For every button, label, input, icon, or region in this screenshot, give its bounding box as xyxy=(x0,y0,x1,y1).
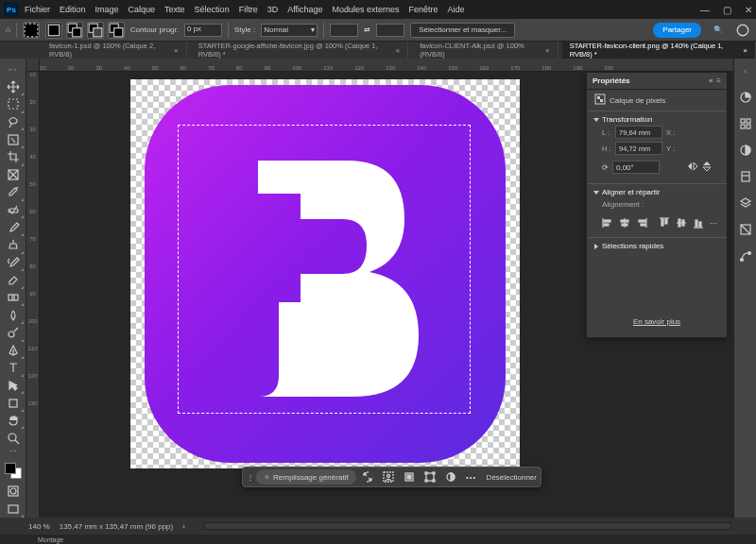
menu-item[interactable]: Aide xyxy=(448,5,465,14)
clone-stamp-tool[interactable] xyxy=(3,236,24,254)
type-tool[interactable] xyxy=(3,359,24,377)
drag-handle-icon[interactable]: ⋮ xyxy=(247,473,254,482)
menu-item[interactable]: Fenêtre xyxy=(409,5,438,14)
properties-panel[interactable]: Propriétés «≡ Calque de pixels Transform… xyxy=(586,72,728,338)
timeline-label[interactable]: Montage xyxy=(0,535,756,544)
move-tool[interactable] xyxy=(3,78,24,96)
document-tab[interactable]: favicon-CLIENT-Alk.psd @ 100% (RVB/8)× xyxy=(412,42,558,59)
align-vcenter-icon[interactable] xyxy=(676,216,687,230)
zoom-value[interactable]: 140 % xyxy=(28,522,50,531)
align-right-icon[interactable] xyxy=(636,216,647,230)
canvas[interactable] xyxy=(130,79,520,468)
brush-tool[interactable] xyxy=(3,218,24,236)
align-more-icon[interactable]: ⋯ xyxy=(710,216,717,230)
frame-tool[interactable] xyxy=(3,166,24,184)
panel-collapse-icon[interactable]: « xyxy=(709,76,713,85)
crop-tool[interactable] xyxy=(3,148,24,166)
panel-title[interactable]: Propriétés xyxy=(593,76,630,85)
maximize-icon[interactable]: ▢ xyxy=(723,5,731,15)
menu-item[interactable]: Filtre xyxy=(239,5,258,14)
angle-value[interactable]: 0,00° xyxy=(612,161,660,174)
share-button[interactable]: Partager xyxy=(653,23,701,38)
height-input[interactable] xyxy=(376,24,404,37)
menu-item[interactable]: 3D xyxy=(267,5,279,14)
eyedropper-tool[interactable] xyxy=(3,183,24,201)
screenmode-icon[interactable] xyxy=(3,500,24,518)
history-brush-tool[interactable] xyxy=(3,254,24,272)
align-hcenter-icon[interactable] xyxy=(619,216,630,230)
flip-v-icon[interactable] xyxy=(702,161,712,174)
paths-panel-icon[interactable] xyxy=(737,247,754,264)
align-top-icon[interactable] xyxy=(659,216,670,230)
adjustments-panel-icon[interactable] xyxy=(737,142,754,159)
align-left-icon[interactable] xyxy=(602,216,613,230)
menu-item[interactable]: Texte xyxy=(164,5,185,14)
quick-section-title[interactable]: Sélections rapides xyxy=(602,242,663,250)
generative-fill-button[interactable]: ✧Remplissage génératif xyxy=(256,469,356,484)
tab-close-icon[interactable]: × xyxy=(174,46,179,55)
select-mask-button[interactable]: Sélectionner et masquer... xyxy=(410,23,515,38)
channels-panel-icon[interactable] xyxy=(737,221,754,238)
close-icon[interactable]: ✕ xyxy=(745,5,752,15)
tab-close-icon[interactable]: × xyxy=(743,46,747,55)
select-subject-icon[interactable] xyxy=(379,468,398,486)
chevron-down-icon[interactable] xyxy=(593,191,599,195)
ruler-horizontal[interactable]: 1020304050607080901001101201301401501601… xyxy=(26,59,733,72)
tool-edit-icon[interactable]: ⋯ xyxy=(9,447,17,459)
width-value[interactable]: 79,64 mm xyxy=(615,126,662,139)
ruler-origin[interactable] xyxy=(26,59,40,72)
minimize-icon[interactable]: — xyxy=(700,5,710,15)
tab-close-icon[interactable]: × xyxy=(395,46,400,55)
deselect-button[interactable]: Désélectionner xyxy=(487,473,537,482)
swap-icon[interactable]: ⇄ xyxy=(364,26,370,34)
doc-info-chevron-icon[interactable]: › xyxy=(182,522,185,531)
transform-icon[interactable] xyxy=(421,468,439,486)
eraser-tool[interactable] xyxy=(3,271,24,289)
align-bottom-icon[interactable] xyxy=(693,216,704,230)
selection-marquee[interactable] xyxy=(178,125,471,414)
learn-more-link[interactable]: En savoir plus xyxy=(587,306,727,337)
chevron-right-icon[interactable] xyxy=(594,244,598,249)
menu-item[interactable]: Image xyxy=(95,5,119,14)
selection-add-icon[interactable] xyxy=(66,22,83,39)
search-icon[interactable]: 🔍 xyxy=(711,23,726,38)
genexpand-icon[interactable] xyxy=(358,468,377,486)
contextual-taskbar[interactable]: ⋮ ✧Remplissage génératif ••• Désélection… xyxy=(242,467,541,487)
flip-h-icon[interactable] xyxy=(687,162,698,173)
home-icon[interactable]: ⌂ xyxy=(6,26,10,34)
fill-icon[interactable] xyxy=(441,468,460,486)
feather-input[interactable]: 0 px xyxy=(184,24,222,37)
menu-item[interactable]: Modules externes xyxy=(333,5,400,14)
menu-item[interactable]: Edition xyxy=(60,5,86,14)
more-icon[interactable]: ••• xyxy=(462,468,481,486)
document-tab[interactable]: STARTER-google-affiche-favicon.jpg @ 100… xyxy=(191,42,408,59)
shape-tool[interactable] xyxy=(3,394,24,412)
align-section-title[interactable]: Aligner et répartir xyxy=(602,188,660,196)
ruler-vertical[interactable]: 102030405060708090100110120130 xyxy=(26,72,40,518)
gradient-tool[interactable] xyxy=(3,289,24,307)
selection-int-icon[interactable] xyxy=(108,22,125,39)
object-select-tool[interactable] xyxy=(3,130,24,148)
quickmask-icon[interactable] xyxy=(3,483,24,501)
document-tab[interactable]: STARTER-favicon-client.png @ 140% (Calqu… xyxy=(562,42,756,59)
style-select[interactable]: Normal▾ xyxy=(261,24,318,37)
marquee-tool[interactable] xyxy=(3,95,24,113)
h-scrollbar[interactable] xyxy=(204,522,731,530)
healing-tool[interactable] xyxy=(3,201,24,219)
color-panel-icon[interactable] xyxy=(737,89,754,106)
blur-tool[interactable] xyxy=(3,306,24,324)
panel-menu-icon[interactable]: ≡ xyxy=(716,76,721,85)
path-select-tool[interactable] xyxy=(3,377,24,395)
swatches-panel-icon[interactable] xyxy=(737,115,754,132)
pen-tool[interactable] xyxy=(3,342,24,360)
color-swatch[interactable] xyxy=(5,463,22,479)
menu-item[interactable]: Fichier xyxy=(25,5,50,14)
hand-tool[interactable] xyxy=(3,412,24,430)
chevron-down-icon[interactable] xyxy=(593,118,599,122)
layers-panel-icon[interactable] xyxy=(737,195,754,212)
height-value[interactable]: 94,72 mm xyxy=(615,142,662,155)
transform-section-title[interactable]: Transformation xyxy=(602,115,653,124)
menu-item[interactable]: Affichage xyxy=(287,5,322,14)
selected-tool-icon[interactable] xyxy=(23,22,40,39)
dodge-tool[interactable] xyxy=(3,324,24,342)
